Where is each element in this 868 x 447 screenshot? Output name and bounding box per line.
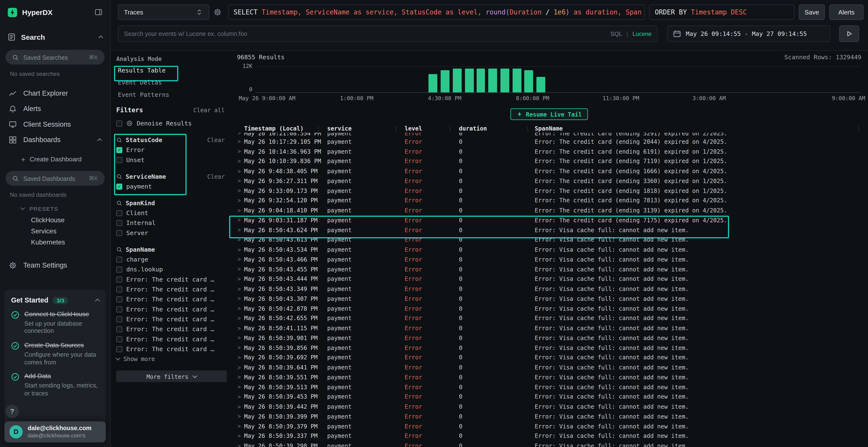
column-separator-icon[interactable]: ⋮ [447, 126, 453, 132]
table-row[interactable]: >May 26 8:50:43.466 PMpaymentError0Error… [235, 254, 861, 264]
checkbox-checked[interactable]: ✓ [116, 183, 122, 189]
checkbox-unchecked[interactable] [116, 286, 122, 292]
row-expand-icon[interactable]: > [235, 227, 244, 233]
row-expand-icon[interactable]: > [235, 354, 244, 360]
sidebar-item-clickhouse[interactable]: ClickHouse [0, 215, 110, 226]
facet-clear-button[interactable]: Clear [207, 173, 227, 180]
row-expand-icon[interactable]: > [235, 305, 244, 311]
row-expand-icon[interactable]: > [235, 364, 244, 370]
facet-option-dns-lookup[interactable]: dns.lookup [116, 264, 227, 274]
date-range-picker[interactable]: May 26 09:14:55 - May 27 09:14:55 [667, 26, 830, 42]
analysis-mode-event-deltas[interactable]: Event Deltas [116, 77, 227, 89]
table-row[interactable]: >May 26 10:10:39.836 PMpaymentError0Erro… [235, 156, 861, 166]
checkbox-unchecked[interactable] [116, 346, 122, 352]
facet-option-server[interactable]: Server [116, 228, 227, 238]
facet-option-error-the-credit-card[interactable]: Error: The credit card … [116, 284, 227, 294]
row-expand-icon[interactable]: > [235, 286, 244, 291]
row-expand-icon[interactable]: > [235, 374, 244, 380]
get-started-item-create-data-sources[interactable]: Create Data SourcesConfigure where your … [11, 341, 99, 366]
language-toggle-lucene[interactable]: Lucene [632, 30, 651, 37]
table-row[interactable]: >May 26 8:50:43.534 PMpaymentError0Error… [235, 244, 861, 254]
lucene-search-input[interactable]: Search your events w/ Lucene ex. column:… [118, 26, 658, 42]
facet-option-error-the-credit-card[interactable]: Error: The credit card … [116, 314, 227, 324]
get-started-item-add-data[interactable]: Add DataStart sending logs, metrics, or … [11, 372, 99, 398]
row-expand-icon[interactable]: > [235, 384, 244, 390]
row-expand-icon[interactable]: > [235, 158, 244, 164]
checkbox-unchecked[interactable] [116, 316, 122, 322]
row-expand-icon[interactable]: > [235, 443, 244, 447]
row-expand-icon[interactable]: > [235, 325, 244, 331]
row-expand-icon[interactable]: > [235, 296, 244, 302]
facet-option-client[interactable]: Client [116, 208, 227, 218]
row-expand-icon[interactable]: > [235, 178, 244, 184]
facet-option-internal[interactable]: Internal [116, 218, 227, 228]
source-settings-gear-icon[interactable] [214, 8, 221, 16]
table-row[interactable]: >May 26 10:14:36.963 PMpaymentError0Erro… [235, 146, 861, 156]
more-filters-button[interactable]: More filters [116, 370, 227, 382]
column-header-service[interactable]: service⋮ [321, 125, 399, 132]
table-row[interactable]: >May 26 8:50:39.856 PMpaymentError0Error… [235, 343, 861, 353]
column-separator-icon[interactable]: ⋮ [316, 126, 321, 132]
table-row[interactable]: >May 26 8:50:43.624 PMpaymentError0Error… [235, 225, 861, 235]
table-row[interactable]: >May 26 9:04:18.410 PMpaymentError0Error… [235, 205, 861, 215]
row-expand-icon[interactable]: > [235, 433, 244, 439]
column-separator-icon[interactable]: ⋮ [856, 126, 861, 132]
column-separator-icon[interactable]: ⋮ [393, 126, 399, 132]
saved-dashboards-input[interactable]: Saved Dashboards ⌘K [5, 171, 105, 186]
row-expand-icon[interactable]: > [235, 315, 244, 321]
checkbox-unchecked[interactable] [116, 326, 122, 332]
row-expand-icon[interactable]: > [235, 413, 244, 419]
collapse-sidebar-icon[interactable] [95, 8, 102, 16]
table-row[interactable]: >May 26 8:50:39.901 PMpaymentError0Error… [235, 333, 861, 343]
checkbox-unchecked[interactable] [116, 256, 122, 262]
sidebar-item-alerts[interactable]: Alerts [0, 101, 110, 116]
checkbox-unchecked[interactable] [116, 276, 122, 282]
table-row[interactable]: >May 26 8:50:42.878 PMpaymentError0Error… [235, 304, 861, 313]
row-expand-icon[interactable]: > [235, 403, 244, 409]
table-row[interactable]: >May 26 10:21:08.554 PMpaymentError0Erro… [235, 133, 861, 137]
row-expand-icon[interactable]: > [235, 217, 244, 223]
language-toggle-sql[interactable]: SQL [611, 30, 622, 37]
table-row[interactable]: >May 26 8:50:39.379 PMpaymentError0Error… [235, 421, 861, 431]
row-expand-icon[interactable]: > [235, 168, 244, 174]
get-started-item-connect-to-clickhouse[interactable]: Connect to ClickHouseSet up your databas… [11, 310, 99, 335]
checkbox-unchecked[interactable] [116, 120, 122, 126]
facet-option-charge[interactable]: charge [116, 254, 227, 264]
facet-option-error[interactable]: ✓Error [116, 145, 227, 155]
facet-option-error-the-credit-card[interactable]: Error: The credit card … [116, 294, 227, 304]
checkbox-unchecked[interactable] [116, 230, 122, 236]
row-expand-icon[interactable]: > [235, 197, 244, 203]
facet-option-error-the-credit-card[interactable]: Error: The credit card … [116, 274, 227, 284]
table-row[interactable]: >May 26 8:50:39.551 PMpaymentError0Error… [235, 372, 861, 382]
table-row[interactable]: >May 26 8:50:41.115 PMpaymentError0Error… [235, 323, 861, 333]
row-expand-icon[interactable]: > [235, 207, 244, 213]
table-row[interactable]: >May 26 8:50:39.337 PMpaymentError0Error… [235, 431, 861, 441]
facet-option-error-the-credit-card[interactable]: Error: The credit card … [116, 334, 227, 344]
table-row[interactable]: >May 26 9:36:27.311 PMpaymentError0Error… [235, 176, 861, 186]
get-started-header[interactable]: Get Started 3/3 [11, 297, 99, 304]
table-row[interactable]: >May 26 9:03:31.187 PMpaymentError0Error… [235, 215, 861, 225]
sidebar-item-client-sessions[interactable]: Client Sessions [0, 116, 110, 132]
row-expand-icon[interactable]: > [235, 256, 244, 262]
saved-searches-input[interactable]: Saved Searches ⌘K [5, 50, 105, 65]
sidebar-item-dashboards[interactable]: Dashboards [0, 132, 110, 148]
column-header-spanname[interactable]: SpanName⋮ [530, 125, 861, 132]
sidebar-item-team-settings[interactable]: Team Settings [0, 258, 110, 273]
sidebar-item-chart-explorer[interactable]: Chart Explorer [0, 86, 110, 101]
table-row[interactable]: >May 26 8:50:39.399 PMpaymentError0Error… [235, 411, 861, 421]
column-separator-icon[interactable]: ⋮ [525, 126, 530, 132]
run-query-button[interactable] [839, 26, 859, 42]
alerts-button[interactable]: Alerts [829, 4, 863, 20]
table-row[interactable]: >May 26 8:50:39.298 PMpaymentError0Error… [235, 441, 861, 447]
table-row[interactable]: >May 26 9:32:54.120 PMpaymentError0Error… [235, 196, 861, 205]
checkbox-unchecked[interactable] [116, 210, 122, 216]
table-row[interactable]: >May 26 8:50:43.349 PMpaymentError0Error… [235, 284, 861, 294]
create-dashboard-button[interactable]: + Create Dashboard [0, 152, 110, 166]
table-row[interactable]: >May 26 9:33:09.173 PMpaymentError0Error… [235, 186, 861, 196]
order-by-editor[interactable]: ORDER BY Timestamp DESC [649, 4, 795, 20]
facet-option-error-the-credit-card[interactable]: Error: The credit card … [116, 304, 227, 314]
table-row[interactable]: >May 26 10:17:29.105 PMpaymentError0Erro… [235, 137, 861, 146]
row-expand-icon[interactable]: > [235, 187, 244, 194]
checkbox-unchecked[interactable] [116, 266, 122, 272]
table-row[interactable]: >May 26 8:50:39.442 PMpaymentError0Error… [235, 402, 861, 411]
